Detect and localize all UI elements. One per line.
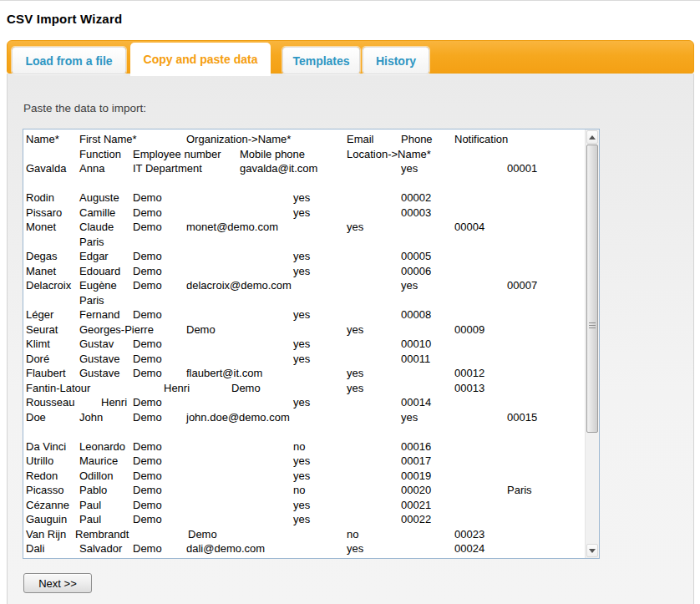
csv-cell: 00001 [507, 161, 537, 175]
csv-line-16: FlaubertGustaveDemoflaubert@it.comyes000… [23, 366, 585, 381]
csv-cell: yes [293, 206, 310, 220]
csv-cell: yes [401, 410, 418, 424]
next-button[interactable]: Next >> [23, 573, 92, 593]
csv-cell: Demo [133, 220, 162, 234]
csv-cell: Henri [101, 395, 127, 409]
csv-cell: Rembrandt [75, 527, 129, 541]
csv-line-15: DoréGustaveDemoyes00011 [23, 352, 585, 367]
csv-line-10: DelacroixEugèneDemodelacroix@demo.comyes… [23, 278, 585, 293]
csv-cell: Demo [133, 541, 162, 556]
csv-cell: Utrillo [26, 454, 53, 468]
csv-cell: gavalda@it.com [240, 161, 317, 175]
tab-history[interactable]: History [363, 47, 429, 74]
csv-cell: Demo [133, 264, 162, 278]
csv-line-1: FunctionEmployee numberMobile phoneLocat… [23, 147, 585, 162]
csv-cell: 00013 [454, 381, 484, 395]
csv-cell: Paris [507, 483, 532, 497]
triangle-up-icon [589, 135, 596, 140]
csv-cell: Location->Name* [347, 147, 431, 161]
csv-cell: yes [293, 512, 310, 526]
csv-cell: 00016 [401, 439, 431, 454]
page-title: CSV Import Wizard [7, 12, 122, 26]
csv-cell: Gustave [79, 352, 119, 366]
csv-cell: Rodin [26, 190, 54, 205]
csv-cell: Dali [26, 541, 44, 556]
csv-line-0: Name*First Name*Organization->Name*Email… [23, 132, 585, 147]
tab-load-from-a-file[interactable]: Load from a file [12, 47, 126, 74]
scrollbar-up-button[interactable] [586, 130, 598, 144]
csv-cell: Auguste [79, 190, 119, 205]
csv-cell: yes [293, 190, 310, 205]
csv-line-3 [23, 176, 585, 191]
csv-cell: Notification [454, 132, 508, 146]
csv-line-9: ManetEdouardDemoyes00006 [23, 264, 585, 279]
csv-line-12: LégerFernandDemoyes00008 [23, 307, 585, 322]
csv-cell: yes [347, 322, 363, 337]
csv-line-4: RodinAugusteDemoyes00002 [23, 190, 585, 206]
csv-cell: Doré [26, 352, 49, 366]
csv-line-14: KlimtGustavDemoyes00010 [23, 337, 585, 352]
csv-cell: no [293, 439, 305, 454]
tab-label: History [376, 54, 416, 68]
csv-line-6: MonetClaudeDemomonet@demo.comyes00004 [23, 220, 585, 235]
csv-cell: yes [347, 541, 363, 556]
csv-cell: Leonardo [79, 439, 125, 454]
csv-cell: Gauguin [26, 512, 67, 526]
csv-cell: 00020 [401, 483, 431, 497]
csv-cell: Delacroix [26, 278, 71, 292]
csv-cell: 00009 [454, 322, 484, 337]
csv-cell: Demo [133, 469, 162, 483]
csv-cell: Demo [133, 352, 162, 366]
csv-cell: Van Rijn [26, 527, 66, 541]
csv-line-23: RedonOdillonDemoyes00019 [23, 469, 585, 484]
csv-cell: yes [293, 337, 310, 351]
csv-cell: Claude [79, 220, 114, 234]
csv-cell: Da Vinci [26, 439, 66, 454]
csv-cell: 00007 [507, 278, 537, 292]
csv-cell: Georges-Pierre [79, 322, 154, 337]
scrollbar-thumb[interactable] [586, 145, 598, 433]
csv-line-2: GavaldaAnnaIT Departmentgavalda@it.comye… [23, 161, 585, 176]
csv-cell: yes [293, 395, 310, 409]
csv-line-24: PicassoPabloDemono00020Paris [23, 483, 585, 498]
csv-cell: Demo [133, 337, 162, 351]
csv-cell: monet@demo.com [186, 220, 278, 234]
csv-cell: 00014 [401, 395, 431, 409]
csv-cell: Léger [26, 307, 53, 322]
csv-line-19: DoeJohnDemojohn.doe@demo.comyes00015 [23, 410, 585, 425]
csv-line-27: Van RijnRembrandtDemono00023 [23, 527, 585, 542]
csv-cell: Demo [133, 307, 162, 322]
tab-templates[interactable]: Templates [282, 47, 360, 74]
csv-cell: Grenoble [79, 556, 124, 559]
csv-line-18: RousseauHenriDemoyes00014 [23, 395, 585, 410]
csv-cell: Seurat [26, 322, 58, 337]
csv-line-17: Fantin-LatourHenriDemoyes00013 [23, 381, 585, 396]
csv-cell: 00012 [454, 366, 484, 380]
csv-cell: Phone [401, 132, 433, 146]
csv-cell: IT Department [133, 161, 202, 175]
csv-cell: yes [347, 366, 363, 380]
csv-cell: Henri [164, 381, 190, 395]
csv-line-28: DaliSalvadorDemodali@demo.comyes00024 [23, 541, 585, 556]
csv-cell: Organization->Name* [186, 132, 291, 146]
csv-cell: 00005 [401, 249, 431, 263]
csv-cell: Demo [231, 381, 261, 395]
csv-cell: Monet [26, 220, 56, 234]
csv-cell: Degas [26, 249, 58, 263]
csv-cell: Gavalda [26, 161, 66, 175]
csv-cell: 00011 [401, 352, 430, 366]
tab-copy-and-paste-data[interactable]: Copy and paste data [130, 43, 271, 76]
csv-cell: 00008 [401, 307, 431, 322]
csv-cell: Demo [133, 483, 162, 497]
textarea-scrollbar[interactable] [585, 129, 599, 558]
csv-cell: Redon [26, 469, 58, 483]
csv-cell: yes [401, 161, 418, 175]
csv-cell: Camille [79, 206, 115, 220]
csv-cell: Anna [79, 161, 104, 175]
triangle-down-icon [589, 549, 596, 553]
csv-cell: delacroix@demo.com [186, 278, 292, 292]
csv-cell: dali@demo.com [186, 541, 265, 556]
scrollbar-down-button[interactable] [586, 544, 598, 557]
pasted-csv-text: Name*First Name*Organization->Name*Email… [23, 129, 585, 558]
paste-data-textarea[interactable]: Name*First Name*Organization->Name*Email… [23, 129, 600, 559]
